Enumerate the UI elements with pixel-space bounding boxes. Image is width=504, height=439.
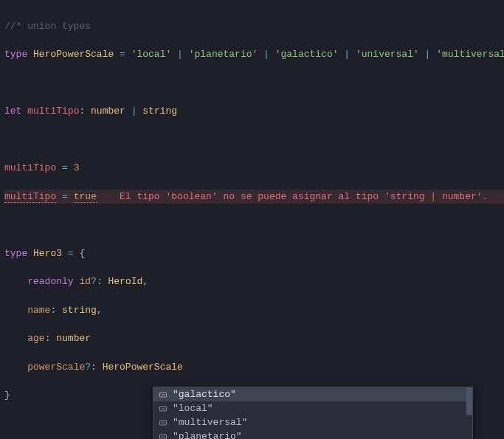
autocomplete-label: "multiversal" xyxy=(173,415,247,430)
type-name: HeroPowerScale xyxy=(33,49,114,60)
keyword-type: type xyxy=(4,49,27,60)
const-icon xyxy=(158,404,168,414)
autocomplete-popup[interactable]: "galactico" "local" "multiversal" "plane… xyxy=(153,387,473,439)
var-multiTipo: multiTipo xyxy=(27,106,79,117)
type-hero3: Hero3 xyxy=(33,248,62,259)
autocomplete-item-galactico[interactable]: "galactico" xyxy=(153,387,472,401)
autocomplete-item-local[interactable]: "local" xyxy=(153,401,472,415)
const-icon xyxy=(158,390,168,400)
scrollbar[interactable] xyxy=(466,387,472,415)
autocomplete-item-multiversal[interactable]: "multiversal" xyxy=(153,415,472,429)
autocomplete-label: "planetario" xyxy=(173,429,242,439)
autocomplete-label: "local" xyxy=(173,401,213,416)
code-editor[interactable]: //* union types type HeroPowerScale = 'l… xyxy=(0,0,504,439)
comment: //* union types xyxy=(4,21,91,32)
error-line: multiTipo = true El tipo 'boolean' no se… xyxy=(4,190,504,204)
autocomplete-label: "galactico" xyxy=(173,387,236,402)
error-message: El tipo 'boolean' no se puede asignar al… xyxy=(120,191,488,202)
autocomplete-item-planetario[interactable]: "planetario" xyxy=(153,429,472,439)
const-icon xyxy=(158,418,168,428)
const-icon xyxy=(158,432,168,440)
